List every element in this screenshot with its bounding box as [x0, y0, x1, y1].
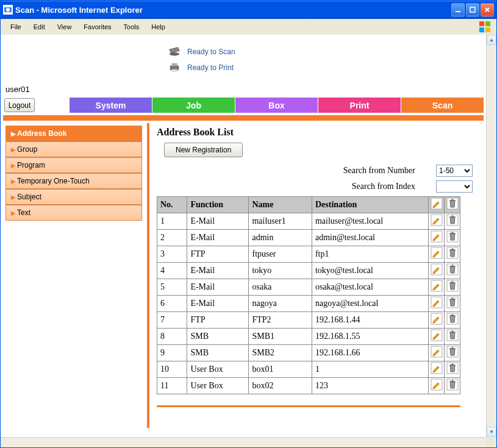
cell-delete[interactable] — [445, 213, 460, 230]
cell-edit[interactable] — [429, 246, 445, 263]
edit-icon[interactable] — [431, 313, 443, 325]
content-area: Ready to Scan Ready to Print user01 Logo… — [1, 35, 496, 447]
maximize-button[interactable] — [466, 3, 479, 16]
edit-icon[interactable] — [431, 247, 443, 259]
tab-system[interactable]: System — [70, 98, 152, 113]
edit-icon[interactable] — [431, 296, 443, 308]
trash-icon[interactable] — [446, 263, 459, 276]
trash-icon[interactable] — [446, 379, 459, 391]
menu-file[interactable]: File — [5, 21, 26, 33]
scroll-down-arrow[interactable]: ▼ — [487, 427, 496, 437]
cell-edit[interactable] — [429, 296, 445, 312]
sidebar-item-temporary-one-touch[interactable]: ▶Temporary One-Touch — [5, 173, 142, 189]
col-no: No. — [157, 197, 187, 213]
edit-icon[interactable] — [431, 280, 443, 292]
edit-icon[interactable] — [431, 214, 443, 226]
cell-edit[interactable] — [429, 230, 445, 246]
sidebar-item-program[interactable]: ▶Program — [5, 157, 142, 173]
cell-function: FTP — [187, 312, 249, 329]
cell-destination: 1 — [312, 361, 428, 378]
cell-name: osaka — [249, 279, 312, 296]
sidebar-item-label: Subject — [17, 193, 41, 201]
cell-edit[interactable] — [429, 361, 445, 378]
menu-tools[interactable]: Tools — [119, 21, 145, 33]
trash-icon[interactable] — [446, 280, 459, 292]
trash-icon — [446, 197, 459, 210]
edit-icon[interactable] — [431, 329, 443, 341]
menu-help[interactable]: Help — [146, 21, 170, 33]
scanner-icon — [168, 46, 181, 58]
trash-icon[interactable] — [446, 346, 459, 358]
trash-icon[interactable] — [446, 296, 459, 308]
cell-delete[interactable] — [445, 312, 460, 329]
page-title: Address Book List — [157, 127, 484, 138]
trash-icon[interactable] — [446, 247, 459, 259]
edit-icon[interactable] — [431, 379, 443, 391]
sidebar-item-group[interactable]: ▶Group — [5, 141, 142, 157]
cell-edit[interactable] — [429, 329, 445, 345]
cell-edit[interactable] — [429, 213, 445, 230]
cell-function: E-Mail — [187, 279, 249, 296]
trash-icon[interactable] — [446, 214, 459, 226]
cell-name: ftpuser — [249, 246, 312, 263]
cell-function: E-Mail — [187, 296, 249, 312]
cell-edit[interactable] — [429, 279, 445, 296]
tab-job[interactable]: Job — [152, 98, 235, 113]
edit-icon[interactable] — [431, 346, 443, 358]
cell-delete[interactable] — [445, 230, 460, 246]
sidebar-item-subject[interactable]: ▶Subject — [5, 189, 142, 205]
cell-edit[interactable] — [429, 378, 445, 394]
edit-icon[interactable] — [431, 362, 443, 374]
minimize-button[interactable] — [451, 3, 465, 16]
trash-icon[interactable] — [446, 313, 459, 325]
vertical-scrollbar[interactable]: ▲ ▼ — [486, 35, 496, 437]
cell-delete[interactable] — [445, 361, 460, 378]
ie-icon — [3, 5, 13, 15]
edit-icon[interactable] — [431, 230, 443, 243]
tab-print[interactable]: Print — [318, 98, 401, 113]
cell-delete[interactable] — [445, 329, 460, 345]
cell-no: 10 — [157, 361, 187, 378]
svg-rect-4 — [479, 21, 484, 26]
app-window: Scan - Microsoft Internet Explorer File … — [0, 0, 497, 448]
close-button[interactable] — [481, 3, 494, 16]
search-number-select[interactable]: 1-50 — [436, 165, 473, 177]
cell-edit[interactable] — [429, 312, 445, 329]
sidebar-item-label: Group — [17, 145, 37, 154]
sidebar-item-text[interactable]: ▶Text — [5, 205, 142, 221]
cell-delete[interactable] — [445, 246, 460, 263]
svg-point-1 — [6, 8, 10, 12]
tab-box[interactable]: Box — [235, 98, 318, 113]
search-index-label: Search from Index — [352, 182, 415, 191]
cell-delete[interactable] — [445, 378, 460, 394]
cell-delete[interactable] — [445, 279, 460, 296]
cell-delete[interactable] — [445, 263, 460, 279]
cell-edit[interactable] — [429, 263, 445, 279]
new-registration-button[interactable]: New Registration — [164, 143, 243, 157]
cell-edit[interactable] — [429, 345, 445, 361]
trash-icon[interactable] — [446, 230, 459, 243]
horizontal-scrollbar[interactable] — [1, 437, 486, 447]
cell-destination: mailuser@test.local — [312, 213, 428, 230]
logout-button[interactable]: Logout — [4, 98, 35, 112]
edit-icon[interactable] — [431, 263, 443, 276]
svg-point-8 — [170, 52, 180, 56]
table-row: 7FTPFTP2192.168.1.44 — [157, 312, 460, 329]
tab-scan[interactable]: Scan — [401, 98, 484, 113]
sidebar-item-address-book[interactable]: ▶Address Book — [5, 126, 142, 141]
cell-destination: tokyo@test.local — [312, 263, 428, 279]
menu-edit[interactable]: Edit — [29, 21, 50, 33]
search-index-select[interactable] — [436, 180, 473, 193]
cell-function: E-Mail — [187, 263, 249, 279]
cell-delete[interactable] — [445, 296, 460, 312]
cell-name: mailuser1 — [249, 213, 312, 230]
trash-icon[interactable] — [446, 362, 459, 374]
scroll-up-arrow[interactable]: ▲ — [487, 35, 496, 45]
cell-function: User Box — [187, 378, 249, 394]
menu-favorites[interactable]: Favorites — [79, 21, 116, 33]
cell-delete[interactable] — [445, 345, 460, 361]
table-row: 3FTPftpuserftp1 — [157, 246, 460, 263]
menu-view[interactable]: View — [52, 21, 77, 33]
sidebar: ▶Address Book ▶Group ▶Program ▶Temporary… — [3, 123, 145, 428]
trash-icon[interactable] — [446, 329, 459, 341]
